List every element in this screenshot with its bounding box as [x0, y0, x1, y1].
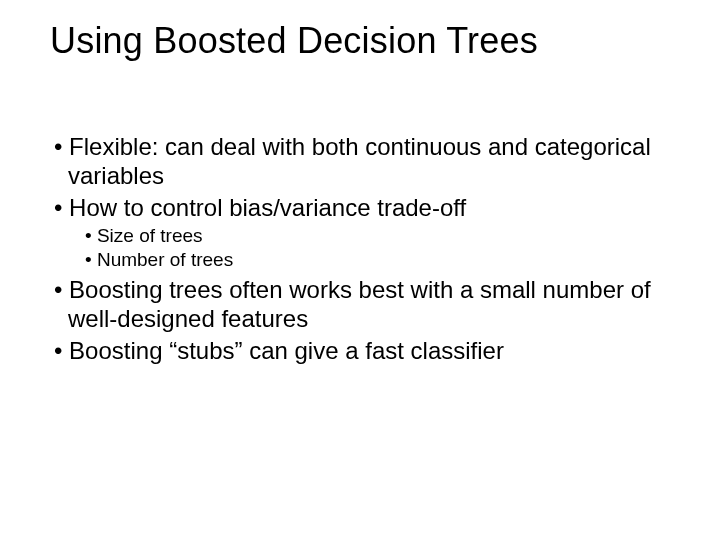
bullet-number-of-trees: Number of trees — [50, 248, 670, 271]
bullet-stubs: Boosting “stubs” can give a fast classif… — [50, 336, 670, 365]
slide: Using Boosted Decision Trees Flexible: c… — [0, 0, 720, 540]
bullet-features: Boosting trees often works best with a s… — [50, 275, 670, 334]
bullet-size-of-trees: Size of trees — [50, 224, 670, 247]
bullet-bias-variance: How to control bias/variance trade-off — [50, 193, 670, 222]
bullet-flexible: Flexible: can deal with both continuous … — [50, 132, 670, 191]
slide-title: Using Boosted Decision Trees — [50, 20, 670, 62]
bullet-list: Flexible: can deal with both continuous … — [50, 132, 670, 365]
